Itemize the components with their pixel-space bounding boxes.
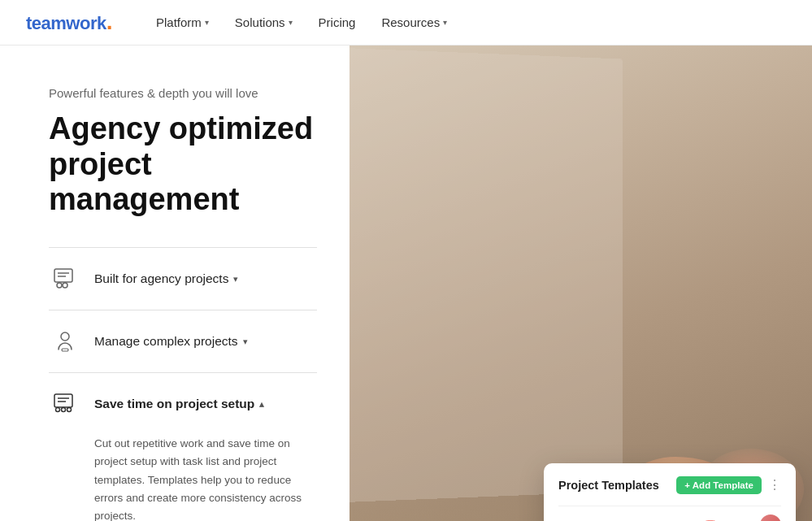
- card-header: Project Templates Add Template ⋮: [558, 476, 781, 494]
- svg-point-3: [57, 283, 62, 288]
- accordion-header-setup[interactable]: Save time on project setup ▴: [49, 373, 317, 435]
- accordion-icon-setup: [49, 388, 81, 420]
- background-photo: [350, 46, 812, 521]
- logo-dot: .: [106, 9, 112, 34]
- project-templates-card: Project Templates Add Template ⋮ ⋯ Websi…: [544, 463, 796, 521]
- svg-point-4: [63, 283, 67, 288]
- accordion-title-complex: Manage complex projects ▾: [94, 334, 248, 349]
- accordion-icon-agency: [49, 263, 81, 295]
- card-options-menu[interactable]: ⋮: [768, 479, 781, 492]
- svg-point-11: [62, 408, 66, 412]
- svg-point-10: [56, 408, 60, 412]
- nav-solutions-label: Solutions: [235, 15, 285, 29]
- accordion-header-agency[interactable]: Built for agency projects ▾: [49, 248, 317, 310]
- nav-platform-label: Platform: [156, 15, 202, 29]
- logo-text: teamwork: [26, 13, 106, 33]
- accordion-title-setup: Save time on project setup ▴: [94, 397, 264, 411]
- right-panel: Project Templates Add Template ⋮ ⋯ Websi…: [350, 46, 812, 521]
- accordion-title-agency: Built for agency projects ▾: [94, 271, 238, 286]
- accordion-icon-complex: [49, 325, 81, 358]
- card-header-right: Add Template ⋮: [676, 476, 781, 494]
- avatar-image-1: JD: [760, 514, 781, 521]
- nav-solutions-chevron: ▾: [289, 18, 293, 27]
- nav-platform[interactable]: Platform ▾: [145, 9, 220, 36]
- template-row-1: ⋯ Website Launch Template 📅 20 Days JD: [558, 506, 781, 521]
- accordion-body-setup: Cut out repetitive work and save time on…: [49, 435, 317, 521]
- headline-line1: Agency optimized project: [49, 111, 313, 181]
- hero-headline: Agency optimized project management: [49, 111, 317, 218]
- navbar: teamwork. Platform ▾ Solutions ▾ Pricing…: [0, 0, 812, 46]
- svg-point-12: [67, 408, 72, 412]
- nav-platform-chevron: ▾: [205, 18, 209, 27]
- main-content: Powerful features & depth you will love …: [0, 46, 812, 521]
- accordion: Built for agency projects ▾: [49, 247, 317, 521]
- hero-tagline: Powerful features & depth you will love: [49, 86, 317, 100]
- accordion-item-agency: Built for agency projects ▾: [49, 248, 317, 310]
- nav-links: Platform ▾ Solutions ▾ Pricing Resources…: [145, 9, 458, 36]
- nav-resources-label: Resources: [381, 15, 440, 29]
- add-template-button[interactable]: Add Template: [676, 476, 762, 494]
- svg-rect-0: [54, 269, 72, 282]
- nav-resources-chevron: ▾: [443, 18, 447, 27]
- svg-point-5: [61, 332, 69, 341]
- card-title: Project Templates: [558, 479, 659, 492]
- nav-resources[interactable]: Resources ▾: [370, 9, 458, 36]
- svg-rect-6: [62, 349, 68, 351]
- logo[interactable]: teamwork.: [26, 11, 112, 34]
- accordion-body-setup-text: Cut out repetitive work and save time on…: [94, 435, 317, 521]
- accordion-item-complex: Manage complex projects ▾: [49, 310, 317, 373]
- nav-pricing-label: Pricing: [319, 15, 356, 29]
- nav-solutions[interactable]: Solutions ▾: [224, 9, 304, 36]
- template-avatar-1: JD: [760, 514, 781, 521]
- headline-line2: management: [49, 182, 239, 216]
- svg-rect-7: [54, 394, 72, 407]
- left-panel: Powerful features & depth you will love …: [0, 46, 350, 521]
- nav-pricing[interactable]: Pricing: [307, 9, 367, 36]
- accordion-header-complex[interactable]: Manage complex projects ▾: [49, 310, 317, 372]
- accordion-item-setup: Save time on project setup ▴ Cut out rep…: [49, 373, 317, 521]
